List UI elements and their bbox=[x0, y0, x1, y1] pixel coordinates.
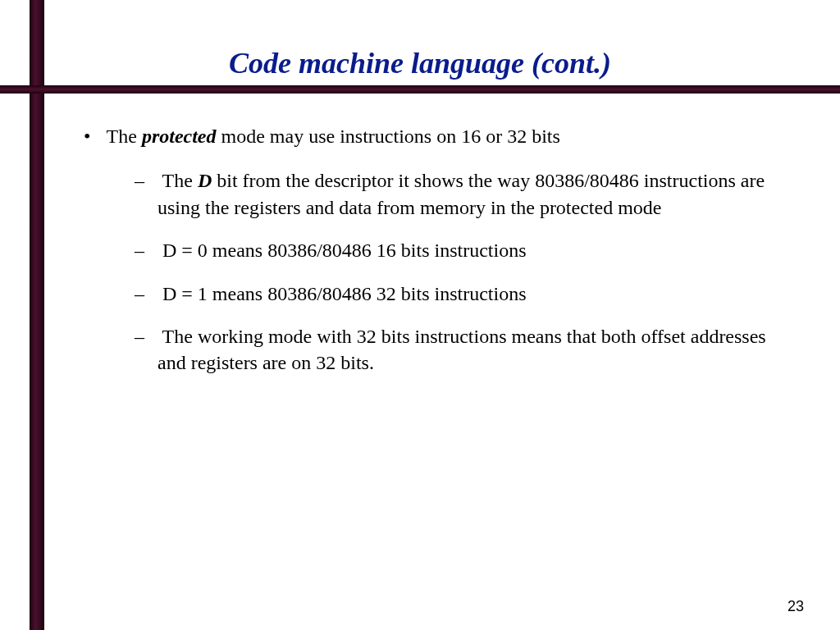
vertical-accent-bar bbox=[30, 0, 44, 630]
slide-title: Code machine language (cont.) bbox=[49, 46, 791, 80]
sub-bullet-0-pre: The bbox=[162, 170, 198, 191]
sub-bullet-1-text: D = 0 means 80386/80486 16 bits instruct… bbox=[162, 240, 527, 261]
horizontal-accent-bar bbox=[0, 85, 840, 94]
sub-bullet-1: D = 0 means 80386/80486 16 bits instruct… bbox=[135, 237, 783, 263]
slide-body: The protected mode may use instructions … bbox=[74, 123, 783, 393]
sub-bullet-0-post: bit from the descriptor it shows the way… bbox=[158, 170, 765, 217]
sub-bullet-0: The D bit from the descriptor it shows t… bbox=[135, 167, 783, 221]
bullet-main-bold: protected bbox=[142, 126, 217, 147]
sub-bullet-2: D = 1 means 80386/80486 32 bits instruct… bbox=[135, 281, 783, 307]
bullet-main-pre: The bbox=[107, 126, 142, 147]
sub-bullet-3-text: The working mode with 32 bits instructio… bbox=[158, 326, 766, 373]
sub-bullet-3: The working mode with 32 bits instructio… bbox=[135, 323, 783, 377]
bullet-main-post: mode may use instructions on 16 or 32 bi… bbox=[217, 126, 560, 147]
sub-bullet-2-text: D = 1 means 80386/80486 32 bits instruct… bbox=[162, 283, 527, 304]
page-number: 23 bbox=[788, 598, 804, 615]
sub-bullet-0-bold: D bbox=[198, 170, 212, 191]
bullet-main: The protected mode may use instructions … bbox=[74, 123, 783, 377]
